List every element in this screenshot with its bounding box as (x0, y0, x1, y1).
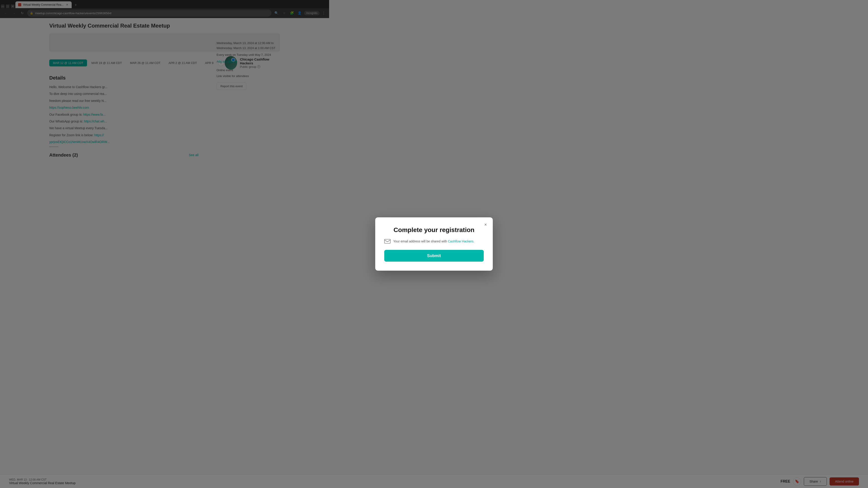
modal-backdrop: × Complete your registration Your email … (0, 0, 329, 195)
